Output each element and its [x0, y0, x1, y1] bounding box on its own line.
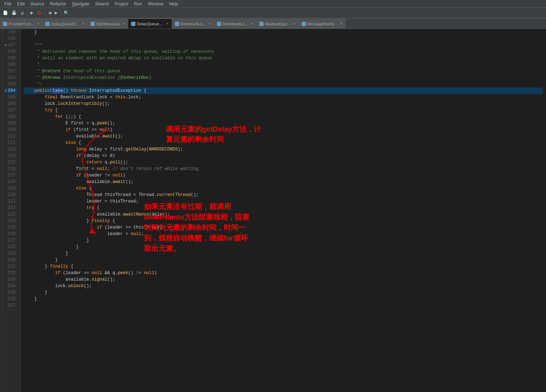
menubar: File Edit Source Refactor Navigate Searc…	[0, 0, 546, 8]
toolbar-debug[interactable]: 🐞	[35, 9, 43, 17]
toolbar-search[interactable]: 🔍	[62, 9, 70, 17]
toolbar-back[interactable]: ◀	[47, 9, 52, 17]
line-number-199: 199	[4, 55, 18, 61]
left-margin-line	[0, 231, 3, 237]
left-margin-line	[0, 263, 3, 270]
menu-window[interactable]: Window	[145, 0, 166, 8]
tab-close-delayd[interactable]: ×	[82, 22, 84, 26]
left-margin-line	[0, 179, 3, 185]
tab-close-reentrantlo1[interactable]: ×	[209, 22, 211, 26]
line-number-195: 195	[4, 29, 18, 35]
left-margin-line	[0, 283, 3, 289]
left-margin-line	[0, 140, 3, 146]
toolbar-new[interactable]: 📄	[1, 9, 9, 17]
tab-label-providercon: ProviderCon...	[9, 22, 34, 26]
line-number-230: 230	[4, 257, 18, 263]
editor-container: 1951961971981992002012022032042052062072…	[0, 29, 546, 392]
left-margin-line	[0, 166, 3, 172]
code-line-219: else {	[24, 185, 543, 192]
code-line-206: lock.lockInterruptibly();	[24, 101, 543, 107]
tab-reentrantlo2[interactable]: ReentrantLo... ×	[214, 18, 256, 29]
left-margin-line	[0, 61, 3, 68]
tab-close-abstractque[interactable]: ×	[293, 22, 295, 26]
menu-search[interactable]: Search	[92, 0, 112, 8]
code-line-235: }	[24, 289, 543, 296]
line-number-218: 218	[4, 179, 18, 185]
annotation-awaitnanos: 如果元素没有过期，就调用 awaitNanos方法阻塞线程，阻塞 时间为元素的剩…	[144, 201, 249, 254]
toolbar-print[interactable]: 🖨	[19, 9, 26, 17]
tab-label-messagenumb: MessageNumb...	[307, 22, 337, 26]
code-line-204: public E take() throws InterruptedExcept…	[24, 88, 543, 94]
code-line-234: lock.unlock();	[24, 283, 543, 289]
tab-close-providercon[interactable]: ×	[37, 22, 39, 26]
toolbar-run[interactable]: ▶	[29, 9, 35, 17]
code-area[interactable]: 调用元素的getDelay方法，计算元素的剩余时间 如果元素没有过期，就调用 a…	[21, 29, 546, 392]
line-number-237: 237	[4, 302, 18, 309]
menu-edit[interactable]: Edit	[14, 0, 28, 8]
line-number-204: 204	[4, 88, 18, 94]
tab-close-reentrantlo2[interactable]: ×	[251, 22, 253, 26]
menu-source[interactable]: Source	[28, 0, 47, 8]
left-margin	[0, 29, 3, 392]
annotation-getdelay: 调用元素的getDelay方法，计算元素的剩余时间	[166, 124, 261, 144]
line-number-232: 232	[4, 270, 18, 276]
menu-project[interactable]: Project	[112, 0, 131, 8]
left-margin-line	[0, 127, 3, 133]
left-margin-line	[0, 302, 3, 309]
line-number-207: 207	[4, 107, 18, 114]
tab-label-delayd: DelayQueueD...	[51, 22, 79, 26]
tab-close-messagenumb[interactable]: ×	[340, 22, 343, 26]
toolbar-save[interactable]: 💾	[10, 9, 18, 17]
left-margin-line	[0, 146, 3, 153]
menu-help[interactable]: Help	[166, 0, 181, 8]
left-margin-line	[0, 101, 3, 107]
line-number-226: 226	[4, 231, 18, 237]
left-margin-line	[0, 250, 3, 257]
line-number-203: 203	[4, 81, 18, 88]
line-number-197: 197	[4, 42, 18, 48]
tab-icon-providercon	[3, 22, 7, 26]
tab-close-delayqueue[interactable]: ×	[167, 22, 169, 26]
line-number-209: 209	[4, 120, 18, 127]
left-margin-line	[0, 114, 3, 120]
toolbar-forward[interactable]: ▶	[53, 9, 59, 17]
left-margin-line	[0, 88, 3, 94]
tab-messagenumb[interactable]: MessageNumb... ×	[299, 18, 346, 29]
menu-navigate[interactable]: Navigate	[69, 0, 92, 8]
tab-delayd[interactable]: DelayQueueD... ×	[42, 18, 88, 29]
tab-providercon[interactable]: ProviderCon... ×	[0, 18, 42, 29]
left-margin-line	[0, 133, 3, 140]
line-number-227: 227	[4, 237, 18, 244]
left-margin-line	[0, 205, 3, 211]
code-line-215: return q.poll();	[24, 159, 543, 166]
tab-close-mydelay[interactable]: ×	[123, 22, 125, 26]
code-line-203: */	[24, 81, 543, 88]
left-margin-line	[0, 35, 3, 42]
line-number-213: 213	[4, 146, 18, 153]
tab-abstractque[interactable]: AbstractQue... ×	[256, 18, 299, 29]
code-line-223: available.awaitNanos(delay);	[24, 211, 543, 218]
code-line-211: available.await();	[24, 133, 543, 140]
menu-run[interactable]: Run	[131, 0, 145, 8]
left-margin-line	[0, 276, 3, 283]
left-margin-line	[0, 198, 3, 205]
tab-label-mydelay: MyDelay.java	[96, 22, 120, 26]
line-number-231: 231	[4, 263, 18, 270]
code-line-220: Thread thisThread = Thread.currentThread…	[24, 192, 543, 198]
menu-file[interactable]: File	[1, 0, 14, 8]
line-number-228: 228	[4, 244, 18, 250]
tab-reentrantlo1[interactable]: ReentrantLo... ×	[172, 18, 214, 29]
line-number-202: 202	[4, 74, 18, 81]
tab-icon-mydelay	[91, 22, 95, 26]
code-line-195: }	[24, 29, 543, 35]
left-margin-line	[0, 55, 3, 61]
menu-refactor[interactable]: Refactor	[47, 0, 69, 8]
code-line-197: /**	[24, 42, 543, 48]
left-margin-line	[0, 68, 3, 74]
left-margin-line	[0, 29, 3, 35]
tab-delayqueue[interactable]: DelayQueue.... ×	[128, 18, 172, 29]
line-number-198: 198	[4, 48, 18, 55]
left-margin-line	[0, 244, 3, 250]
toolbar-separator-2	[45, 10, 45, 16]
tab-mydelay[interactable]: MyDelay.java ×	[88, 18, 128, 29]
